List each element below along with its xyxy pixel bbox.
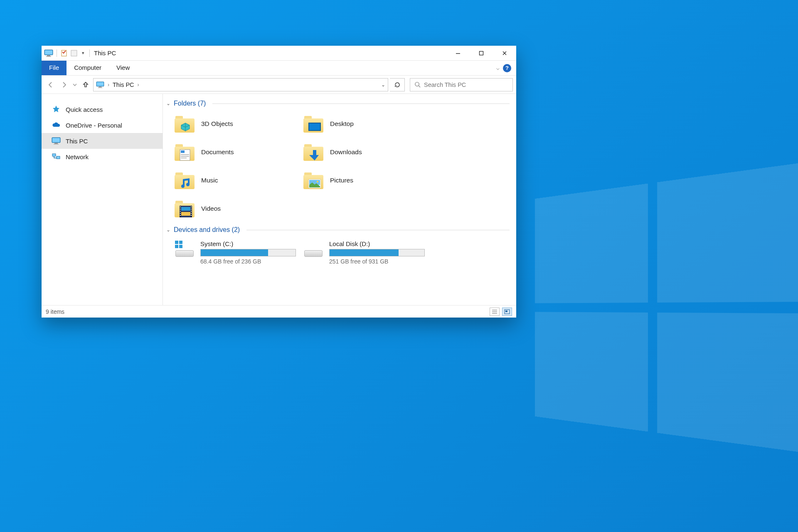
drive-free: 251 GB free of 931 GB (329, 258, 428, 265)
capacity-bar (329, 249, 425, 256)
drive-d[interactable]: Local Disk (D:) 251 GB free of 931 GB (303, 240, 428, 265)
sidebar-label: Quick access (66, 106, 103, 113)
group-header-drives[interactable]: ⌄ Devices and drives (2) (166, 224, 510, 236)
search-input[interactable] (424, 81, 508, 88)
refresh-button[interactable] (390, 78, 405, 91)
window-title: This PC (94, 49, 116, 57)
chevron-down-icon[interactable]: ⌄ (166, 227, 170, 233)
svg-rect-10 (99, 86, 101, 87)
svg-rect-34 (180, 211, 181, 212)
svg-rect-3 (46, 56, 51, 57)
tab-file[interactable]: File (42, 61, 66, 75)
ribbon-tabs: File Computer View ⌵ ? (42, 61, 516, 76)
sidebar-label: OneDrive - Personal (66, 122, 122, 129)
drive-free: 68.4 GB free of 236 GB (200, 258, 299, 265)
this-pc-icon (96, 81, 104, 88)
music-icon (175, 172, 195, 189)
sidebar-label: Network (66, 153, 89, 160)
quick-access-icon (52, 105, 61, 113)
svg-rect-22 (181, 156, 189, 157)
address-bar[interactable]: › This PC › ⌄ (93, 78, 388, 91)
minimize-button[interactable] (446, 46, 470, 61)
search-box[interactable] (410, 78, 513, 91)
pictures-icon (303, 172, 323, 189)
videos-icon (175, 200, 195, 217)
drive-name: System (C:) (200, 240, 299, 247)
folder-documents[interactable]: Documents (175, 142, 299, 162)
chevron-right-icon[interactable]: › (108, 82, 109, 88)
folder-pictures[interactable]: Pictures (303, 170, 428, 190)
svg-rect-5 (71, 50, 77, 56)
properties-icon[interactable] (60, 49, 68, 57)
svg-rect-18 (57, 156, 60, 159)
content-pane: ⌄ Folders (7) 3D Objects (163, 94, 516, 305)
svg-point-26 (317, 181, 318, 182)
tab-view[interactable]: View (109, 61, 137, 75)
status-count: 9 items (46, 308, 64, 315)
sidebar-item-this-pc[interactable]: This PC (42, 133, 163, 149)
sidebar-item-quick-access[interactable]: Quick access (42, 101, 163, 117)
folder-downloads[interactable]: Downloads (303, 142, 428, 162)
svg-rect-38 (191, 209, 192, 209)
ribbon-expand-icon[interactable]: ⌵ (496, 65, 500, 71)
qat-dropdown-icon[interactable]: ▾ (80, 50, 86, 56)
help-icon[interactable]: ? (503, 64, 511, 72)
capacity-fill (330, 249, 399, 256)
folder-music[interactable]: Music (175, 170, 299, 190)
recent-locations-button[interactable] (71, 79, 78, 91)
svg-rect-16 (54, 144, 59, 145)
folder-desktop[interactable]: Desktop (303, 114, 428, 134)
drive-c[interactable]: System (C:) 68.4 GB free of 236 GB (175, 240, 299, 265)
svg-rect-1 (45, 50, 52, 54)
address-dropdown-icon[interactable]: ⌄ (381, 82, 385, 88)
close-button[interactable] (493, 46, 516, 61)
svg-rect-43 (179, 241, 182, 244)
sidebar-item-onedrive[interactable]: OneDrive - Personal (42, 117, 163, 133)
forward-button[interactable] (58, 79, 70, 91)
svg-rect-36 (180, 215, 181, 216)
drive-name: Local Disk (D:) (329, 240, 428, 247)
chevron-right-icon[interactable]: › (138, 82, 139, 88)
up-button[interactable] (80, 79, 91, 91)
folder-label: 3D Objects (201, 120, 233, 128)
new-folder-icon[interactable] (70, 49, 78, 57)
folder-3d-objects[interactable]: 3D Objects (175, 114, 299, 134)
svg-rect-35 (180, 213, 181, 214)
folder-label: Music (201, 177, 218, 184)
group-title: Folders (7) (174, 100, 206, 107)
view-large-icons-button[interactable] (502, 308, 512, 316)
svg-rect-2 (47, 55, 50, 56)
title-bar: ▾ This PC (42, 46, 516, 61)
3d-objects-icon (175, 115, 195, 133)
search-icon (414, 81, 421, 88)
sidebar-label: This PC (66, 138, 88, 145)
svg-rect-42 (175, 241, 178, 244)
folder-label: Desktop (330, 120, 354, 128)
downloads-icon (303, 143, 323, 161)
status-bar: 9 items (42, 305, 516, 318)
breadcrumb-this-pc[interactable]: This PC (113, 81, 134, 88)
back-button[interactable] (45, 79, 57, 91)
chevron-down-icon[interactable]: ⌄ (166, 101, 170, 106)
svg-rect-11 (98, 87, 103, 88)
tab-computer[interactable]: Computer (66, 61, 109, 75)
onedrive-icon (52, 122, 61, 128)
folder-label: Downloads (330, 148, 362, 156)
drive-icon (303, 240, 323, 257)
svg-rect-40 (191, 213, 192, 214)
svg-rect-45 (179, 245, 182, 248)
folder-videos[interactable]: Videos (175, 199, 299, 219)
svg-rect-9 (97, 82, 103, 86)
documents-icon (175, 143, 195, 161)
group-header-folders[interactable]: ⌄ Folders (7) (166, 98, 510, 110)
sidebar-item-network[interactable]: Network (42, 149, 163, 165)
maximize-button[interactable] (470, 46, 493, 61)
svg-rect-21 (181, 154, 189, 155)
svg-rect-14 (52, 138, 60, 142)
capacity-bar (200, 249, 296, 256)
svg-rect-15 (54, 143, 58, 144)
svg-rect-37 (191, 207, 192, 207)
view-details-button[interactable] (490, 308, 500, 316)
svg-rect-6 (456, 53, 460, 54)
group-title: Devices and drives (2) (174, 226, 240, 234)
